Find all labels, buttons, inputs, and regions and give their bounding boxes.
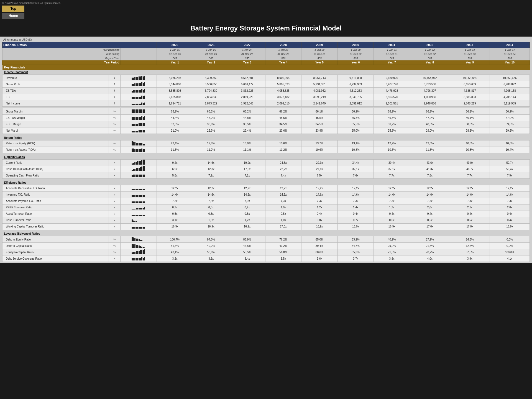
table-row: Current Ratiox9,2x14,6x19,9x24,5x29,9x34… — [2, 160, 530, 166]
table-row: Asset Turnover Ratiox0,5x0,5x0,5x0,5x0,4… — [2, 211, 530, 217]
table-row: EBITDA Margin%44,4%45,2%44,8%45,5%45,5%4… — [2, 115, 530, 121]
table-row: Equity-to-Capital Ratio%48,4%50,8%53,5%5… — [2, 249, 530, 255]
col-2032: 2032 — [410, 42, 450, 48]
subsection-label: Return Ratios — [2, 135, 530, 140]
financial-ratios-table: Financial Ratios 2025 2026 2027 2028 202… — [2, 42, 530, 262]
table-row: Operating Cash Flow Ratiox5,8x7,2x7,2x7,… — [2, 172, 530, 179]
table-row: EBITDA$3,585,8083,794,8303,832,2264,053,… — [2, 88, 530, 94]
amounts-label: All Amounts in USD ($) — [2, 38, 530, 42]
top-bar: © Profit Vision Financial Services. All … — [0, 0, 532, 20]
table-row: Revenue$8,076,2988,399,3508,562,5918,905… — [2, 75, 530, 81]
sub-header-row: Days in Year3653653653663653653653663653… — [2, 56, 530, 60]
col-2026: 2026 — [193, 42, 229, 48]
table-row: Net Income$1,694,7211,873,3221,922,0462,… — [2, 100, 530, 107]
table-row: Cash Ratio (Cash Asset Ratio)x6,9x12,3x1… — [2, 166, 530, 172]
copyright-text: © Profit Vision Financial Services. All … — [2, 1, 530, 5]
table-row: Gross Profit$5,344,8085,560,8505,666,477… — [2, 81, 530, 88]
table-row: Debt Service Coverage Ratiox3,2x3,3x3,4x… — [2, 255, 530, 262]
table-row: Return on Equity (ROE)%22,4%19,8%16,9%15… — [2, 140, 530, 147]
table-row: Accounts Receivable T.O. Ratiox12,2x12,2… — [2, 185, 530, 191]
col-2028: 2028 — [265, 42, 301, 48]
table-row: Working Capital Turnover Ratiox16,9x16,9… — [2, 223, 530, 230]
col-2027: 2027 — [229, 42, 265, 48]
subsection-label: Income Statement — [2, 70, 530, 75]
col-2025: 2025 — [157, 42, 193, 48]
year-period-row: Year PeriodYear 1Year 2Year 3Year 4Year … — [2, 60, 530, 65]
subsection-label: Efficiency Ratios — [2, 180, 530, 185]
table-row: Cash Turnover Ratiox3,1x1,8x1,2x1,0x0,8x… — [2, 217, 530, 223]
table-row: Return on Assets (ROA)%11,5%11,7%11,1%11… — [2, 147, 530, 153]
sub-header-row: Year Ending31-Dec-2531-Dec-2631-Dec-2731… — [2, 52, 530, 56]
table-row: Inventory T.O. Ratiox14,6x14,6x14,6x14,6… — [2, 191, 530, 198]
table-row: Gross Margin%66,2%66,2%66,2%66,2%66,1%66… — [2, 108, 530, 115]
sub-header-row: Year Beginning1-Jan-251-Jan-261-Jan-271-… — [2, 48, 530, 52]
subsection-label: Liquidity Ratios — [2, 155, 530, 160]
col-2030: 2030 — [337, 42, 374, 48]
table-row: Debt-to-Capital Ratio%51,6%49,2%46,5%43,… — [2, 243, 530, 249]
table-row: PP&E Turnover Ratiox0,7x0,8x0,9x1,0x1,2x… — [2, 204, 530, 211]
col-2029: 2029 — [301, 42, 338, 48]
home-button[interactable]: Home — [2, 13, 24, 19]
table-row: Accounts Payable T.O. Ratiox7,3x7,3x7,3x… — [2, 198, 530, 204]
col-2033: 2033 — [450, 42, 490, 48]
main-header-row: Financial Ratios 2025 2026 2027 2028 202… — [2, 42, 530, 48]
top-button[interactable]: Top — [2, 6, 24, 12]
table-title: Financial Ratios — [2, 42, 157, 48]
col-2031: 2031 — [374, 42, 410, 48]
content-area: All Amounts in USD ($) Financial Ratios … — [0, 37, 532, 263]
table-row: Debt-to-Equity Ratio%106,7%97,0%86,9%76,… — [2, 236, 530, 243]
section-header: Key Financials — [2, 65, 530, 70]
page-title: Battery Energy Storage System Financial … — [0, 20, 532, 37]
table-row: Net Margin%21,0%22,3%22,4%23,6%23,9%25,0… — [2, 127, 530, 134]
col-2034: 2034 — [490, 42, 530, 48]
table-row: EBIT$2,625,8082,834,8302,869,2263,073,48… — [2, 94, 530, 100]
subsection-label: Leverage (Solvency) Ratios — [2, 231, 530, 236]
table-row: EBIT Margin%32,5%33,8%33,5%34,5%34,5%35,… — [2, 121, 530, 127]
